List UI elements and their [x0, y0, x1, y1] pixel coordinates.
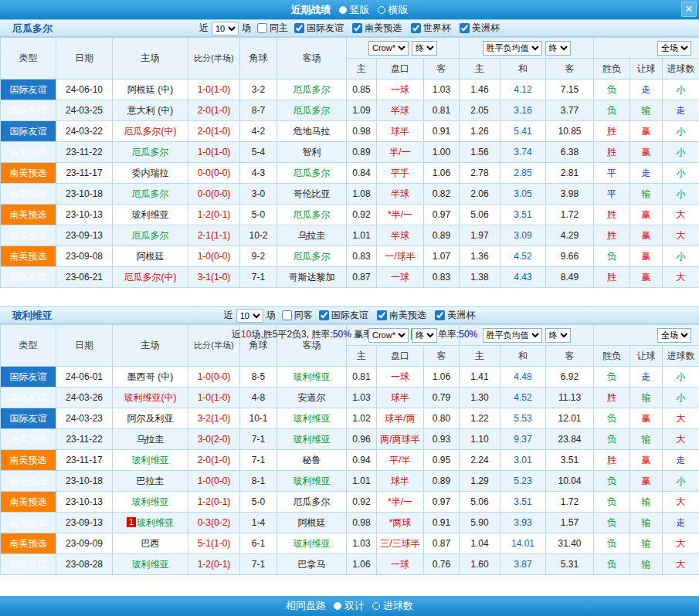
competition-filter[interactable]: 美洲杯 [429, 309, 475, 322]
euro-avg-select[interactable]: 胜平负均值 [483, 328, 542, 343]
euro-home-odds: 1.26 [460, 121, 500, 142]
euro-final-select[interactable]: 终 [545, 328, 571, 343]
odds-final-select[interactable]: 终 [412, 328, 437, 343]
euro-away-odds: 6.38 [546, 142, 594, 163]
corners: 3-2 [240, 80, 277, 100]
ah-home-odds: 0.81 [347, 367, 377, 388]
scope-select[interactable]: 全场 [657, 328, 691, 343]
footer-option-double[interactable]: 双计 [334, 599, 365, 613]
score: 2-1(1-1) [188, 225, 240, 246]
same-venue-checkbox[interactable] [257, 23, 267, 33]
ah-away-odds: 0.76 [424, 554, 460, 575]
competition-filter[interactable]: 世界杯 [405, 22, 451, 35]
home-team: 巴西 [113, 533, 188, 554]
section-summary: 近10场,胜5平2负3, 胜率:50% 赢率:60% 大: 30% 单率:50% [0, 288, 699, 306]
competition-checkbox[interactable] [294, 23, 304, 33]
odds-company-select[interactable]: Crow* [368, 328, 409, 343]
result-handicap: 赢 [630, 471, 663, 492]
away-team: 厄瓜多尔 [277, 205, 347, 225]
away-team: 厄瓜多尔 [277, 80, 347, 100]
corners: 4-3 [240, 163, 277, 184]
ah-home-odds: 1.06 [347, 554, 377, 575]
competition-checkbox[interactable] [377, 310, 387, 320]
away-team-name: 厄瓜多尔 [294, 496, 331, 507]
corners: 7-1 [240, 554, 277, 575]
match-count-select[interactable]: 10 [236, 309, 263, 323]
layout-option-vertical[interactable]: 竖版 [339, 3, 370, 17]
ah-away-odds: 0.95 [424, 450, 460, 471]
col-corner: 角球 [240, 38, 277, 80]
ah-home-odds: 1.09 [347, 100, 377, 121]
handicap: 半球 [377, 184, 424, 205]
odds-company-select[interactable]: Crow* [368, 41, 409, 56]
match-row: 南美预选 23-09-09 巴西 5-1(1-0) 6-1 玻利维亚 1.03 … [1, 533, 699, 554]
handicap: 半球 [377, 100, 424, 121]
same-venue-checkbox[interactable] [282, 310, 292, 320]
corners: 8-1 [240, 471, 277, 492]
euro-draw-odds: 4.43 [500, 267, 546, 288]
scope-select[interactable]: 全场 [657, 41, 691, 56]
handicap: 两/两球半 [377, 429, 424, 450]
result-goals: 小 [663, 121, 699, 142]
ah-home-odds: 0.98 [347, 513, 377, 533]
match-type-badge: 国际友谊 [1, 367, 56, 388]
home-team-name: 玻利维亚 [132, 559, 169, 570]
result-goals: 走 [663, 513, 699, 533]
match-type-badge: 国际友谊 [1, 80, 56, 100]
match-date: 23-08-28 [56, 554, 113, 575]
result-handicap: 赢 [630, 408, 663, 429]
competition-checkbox[interactable] [460, 23, 470, 33]
match-type-badge: 南美预选 [1, 450, 56, 471]
corners: 7-1 [240, 267, 277, 288]
match-date: 24-06-10 [56, 80, 113, 100]
euro-home-odds: 2.05 [460, 100, 500, 121]
results-table: 类型 日期 主场 比分(半场) 角球 客场 Crow* 终 胜平负均值 [0, 37, 699, 288]
corners: 10-1 [240, 408, 277, 429]
euro-home-odds: 2.24 [460, 450, 500, 471]
euro-final-select[interactable]: 终 [545, 41, 571, 56]
competition-filter[interactable]: 国际友谊 [288, 22, 344, 35]
col-euro-home: 主 [460, 346, 500, 367]
away-team-name: 安道尔 [298, 392, 326, 403]
competition-filter[interactable]: 国际友谊 [313, 309, 368, 322]
col-euro-draw: 和 [500, 346, 546, 367]
layout-option-horizontal[interactable]: 横版 [378, 3, 409, 17]
result-handicap: 赢 [630, 225, 663, 246]
odds-final-select[interactable]: 终 [412, 41, 437, 56]
competition-filter[interactable]: 南美预选 [346, 22, 402, 35]
footer-option-goals[interactable]: 进球数 [372, 599, 413, 613]
match-count-select[interactable]: 10 [212, 22, 239, 36]
competition-checkbox[interactable] [435, 310, 445, 320]
competition-label: 南美预选 [365, 22, 402, 35]
away-team-name: 危地马拉 [294, 126, 331, 137]
result-wdl: 胜 [594, 225, 630, 246]
competition-filter[interactable]: 南美预选 [371, 309, 426, 322]
result-goals: 小 [663, 142, 699, 163]
euro-avg-select[interactable]: 胜平负均值 [483, 41, 542, 56]
result-wdl: 胜 [594, 142, 630, 163]
match-row: 南美预选 23-10-18 巴拉圭 1-0(0-0) 8-1 玻利维亚 1.01… [1, 471, 699, 492]
match-date: 23-09-13 [56, 513, 113, 533]
competition-checkbox[interactable] [319, 310, 329, 320]
same-venue-filter[interactable]: 同客 [276, 309, 313, 322]
section-bolivia: 玻利维亚 近 10 场 同客 国际友谊 [0, 306, 699, 594]
euro-draw-odds: 5.53 [500, 408, 546, 429]
competition-label: 美洲杯 [447, 309, 475, 322]
euro-away-odds: 6.92 [546, 367, 594, 388]
col-euro-draw: 和 [500, 59, 546, 80]
competition-checkbox[interactable] [411, 23, 421, 33]
euro-away-odds: 3.77 [546, 100, 594, 121]
competition-filter[interactable]: 美洲杯 [453, 22, 500, 35]
filter-controls: 近 10 场 同主 国际友谊 [199, 22, 500, 36]
euro-home-odds: 1.04 [460, 533, 500, 554]
corners: 3-0 [240, 184, 277, 205]
euro-home-odds: 1.60 [460, 554, 500, 575]
euro-draw-odds: 14.01 [500, 533, 546, 554]
close-button[interactable]: ✕ [681, 2, 697, 17]
ah-home-odds: 1.01 [347, 225, 377, 246]
competition-checkbox[interactable] [352, 23, 362, 33]
same-venue-filter[interactable]: 同主 [251, 22, 288, 35]
handicap: *两球 [377, 513, 424, 533]
col-wdl: 胜负 [594, 59, 630, 80]
score: 1-0(1-0) [188, 142, 240, 163]
